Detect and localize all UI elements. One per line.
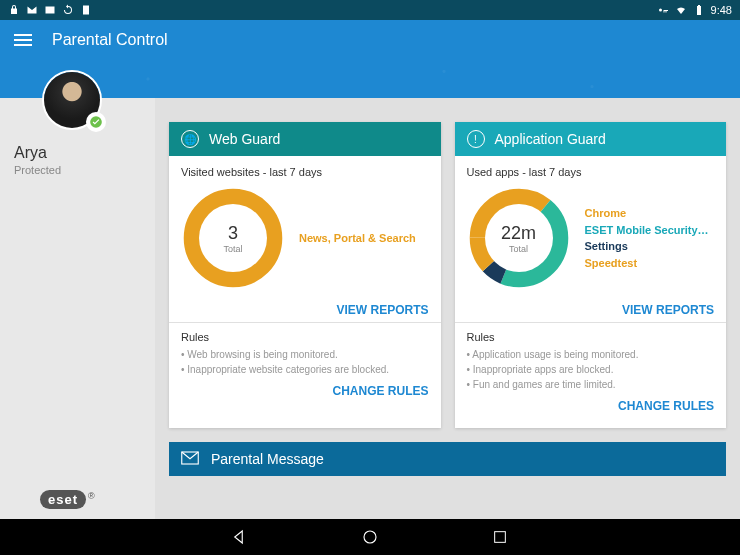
app-donut-chart: 22m Total — [467, 186, 571, 290]
parental-message-card[interactable]: Parental Message — [169, 442, 726, 476]
card-header: 🌐 Web Guard — [169, 122, 441, 156]
rules-list: • Application usage is being monitored. … — [467, 347, 715, 392]
svg-rect-1 — [83, 6, 89, 15]
battery-icon — [693, 4, 705, 16]
card-subtitle: Used apps - last 7 days — [467, 166, 715, 178]
change-rules-link[interactable]: CHANGE RULES — [618, 399, 714, 413]
app-bar: Parental Control — [0, 20, 740, 60]
web-guard-card: 🌐 Web Guard Visited websites - last 7 da… — [169, 122, 441, 428]
child-name: Arya — [14, 144, 155, 162]
app-title: Parental Control — [52, 31, 168, 49]
status-bar: 9:48 — [0, 0, 740, 20]
mail-icon — [26, 4, 38, 16]
wifi-icon — [675, 4, 687, 16]
back-button[interactable] — [230, 527, 250, 547]
sync-icon — [62, 4, 74, 16]
key-icon — [657, 4, 669, 16]
image-icon — [44, 4, 56, 16]
svg-rect-4 — [698, 5, 700, 6]
clipboard-icon — [80, 4, 92, 16]
nav-bar — [0, 519, 740, 555]
svg-rect-3 — [697, 6, 701, 15]
svg-point-12 — [364, 531, 376, 543]
recent-button[interactable] — [490, 527, 510, 547]
globe-icon: 🌐 — [181, 130, 199, 148]
card-header: ! Application Guard — [455, 122, 727, 156]
svg-rect-13 — [495, 532, 506, 543]
child-status: Protected — [14, 164, 155, 176]
card-subtitle: Visited websites - last 7 days — [181, 166, 429, 178]
view-reports-link[interactable]: VIEW REPORTS — [336, 303, 428, 317]
app-guard-card: ! Application Guard Used apps - last 7 d… — [455, 122, 727, 428]
avatar[interactable] — [42, 70, 102, 130]
svg-point-2 — [659, 9, 662, 12]
status-time: 9:48 — [711, 4, 732, 16]
sidebar: Arya Protected eset ® — [0, 98, 155, 519]
brand-logo: eset ® — [40, 490, 95, 509]
rules-list: • Web browsing is being monitored. • Ina… — [181, 347, 429, 377]
status-badge — [86, 112, 106, 132]
legend: News, Portal & Search — [299, 230, 429, 247]
web-donut-chart: 3 Total — [181, 186, 285, 290]
envelope-icon — [181, 451, 199, 468]
svg-rect-0 — [46, 7, 55, 14]
legend: Chrome ESET Mobile Security… Settings Sp… — [585, 205, 715, 271]
shield-icon: ! — [467, 130, 485, 148]
content: 🌐 Web Guard Visited websites - last 7 da… — [155, 98, 740, 519]
banner — [0, 60, 740, 98]
menu-button[interactable] — [14, 31, 32, 49]
home-button[interactable] — [360, 527, 380, 547]
view-reports-link[interactable]: VIEW REPORTS — [622, 303, 714, 317]
change-rules-link[interactable]: CHANGE RULES — [332, 384, 428, 398]
lock-icon — [8, 4, 20, 16]
